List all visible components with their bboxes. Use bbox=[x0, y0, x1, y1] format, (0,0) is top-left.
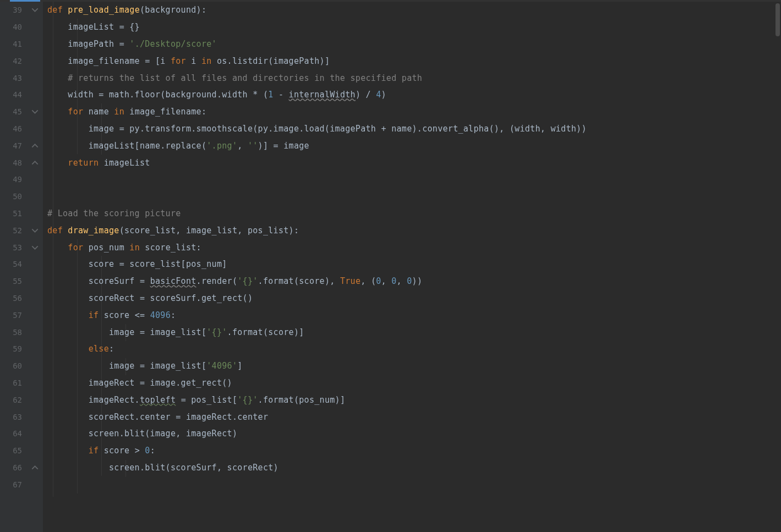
code-line: image = image_list['4096'] bbox=[43, 358, 781, 375]
code-line bbox=[43, 476, 781, 493]
code-line: imageList[name.replace('.png', '')] = im… bbox=[43, 137, 781, 154]
code-line: imageRect = image.get_rect() bbox=[43, 375, 781, 392]
code-line: width = math.floor(background.width * (1… bbox=[43, 86, 781, 103]
line-number: 42 bbox=[0, 57, 26, 65]
fold-down-icon[interactable] bbox=[31, 244, 39, 251]
code-line: imagePath = './Desktop/score' bbox=[43, 36, 781, 53]
line-number: 56 bbox=[0, 294, 26, 303]
line-number: 45 bbox=[0, 107, 26, 116]
line-number: 54 bbox=[0, 260, 26, 268]
code-text-area[interactable]: def pre_load_image(background): imageLis… bbox=[43, 2, 781, 532]
fold-up-icon[interactable] bbox=[31, 464, 39, 471]
code-line: score = score_list[pos_num] bbox=[43, 256, 781, 273]
line-number: 52 bbox=[0, 226, 26, 235]
line-number: 61 bbox=[0, 379, 26, 387]
code-line: image_filename = [i for i in os.listdir(… bbox=[43, 52, 781, 69]
line-number: 62 bbox=[0, 396, 26, 404]
line-number: 60 bbox=[0, 361, 26, 370]
code-line: def pre_load_image(background): bbox=[43, 2, 781, 19]
line-number: 43 bbox=[0, 74, 26, 83]
line-number: 66 bbox=[0, 463, 26, 472]
fold-up-icon[interactable] bbox=[31, 142, 39, 149]
code-line: screen.blit(image, imageRect) bbox=[43, 425, 781, 442]
line-number: 46 bbox=[0, 124, 26, 133]
line-number: 63 bbox=[0, 413, 26, 421]
code-line bbox=[43, 171, 781, 188]
line-number: 41 bbox=[0, 40, 26, 48]
code-line: image = py.transform.smoothscale(py.imag… bbox=[43, 120, 781, 138]
gutter: 39 40 41 42 43 44 45 46 47 48 49 50 51 5… bbox=[0, 2, 43, 532]
code-line: for pos_num in score_list: bbox=[43, 239, 781, 256]
code-line: # returns the list of all files and dire… bbox=[43, 69, 781, 86]
code-line: scoreRect = scoreSurf.get_rect() bbox=[43, 290, 781, 307]
line-number: 44 bbox=[0, 90, 26, 99]
fold-down-icon[interactable] bbox=[31, 7, 39, 14]
code-line: else: bbox=[43, 341, 781, 358]
line-number: 58 bbox=[0, 328, 26, 337]
line-number: 49 bbox=[0, 175, 26, 184]
code-line: scoreRect.center = imageRect.center bbox=[43, 408, 781, 425]
line-number: 47 bbox=[0, 141, 26, 150]
line-number: 53 bbox=[0, 243, 26, 252]
code-line: return imageList bbox=[43, 154, 781, 171]
line-number: 50 bbox=[0, 192, 26, 201]
vertical-scrollbar[interactable] bbox=[774, 2, 781, 532]
code-line: if score <= 4096: bbox=[43, 306, 781, 323]
code-line: scoreSurf = basicFont.render('{}'.format… bbox=[43, 273, 781, 290]
code-line: for name in image_filename: bbox=[43, 103, 781, 120]
line-number: 51 bbox=[0, 209, 26, 218]
code-line: imageList = {} bbox=[43, 19, 781, 36]
line-number: 55 bbox=[0, 277, 26, 286]
line-number: 39 bbox=[0, 6, 26, 14]
code-line: screen.blit(scoreSurf, scoreRect) bbox=[43, 459, 781, 476]
line-number: 65 bbox=[0, 446, 26, 455]
code-line: image = image_list['{}'.format(score)] bbox=[43, 323, 781, 341]
scrollbar-thumb[interactable] bbox=[775, 3, 780, 36]
line-number: 48 bbox=[0, 158, 26, 167]
code-line: def draw_image(score_list, image_list, p… bbox=[43, 222, 781, 239]
code-line: imageRect.topleft = pos_list['{}'.format… bbox=[43, 391, 781, 408]
fold-down-icon[interactable] bbox=[31, 227, 39, 234]
line-number: 57 bbox=[0, 311, 26, 320]
line-number: 67 bbox=[0, 480, 26, 489]
line-number: 59 bbox=[0, 344, 26, 353]
fold-up-icon[interactable] bbox=[31, 159, 39, 166]
code-line: # Load the scoring picture bbox=[43, 205, 781, 222]
code-line: if score > 0: bbox=[43, 442, 781, 459]
code-editor[interactable]: 39 40 41 42 43 44 45 46 47 48 49 50 51 5… bbox=[0, 2, 781, 532]
fold-down-icon[interactable] bbox=[31, 108, 39, 116]
line-number: 40 bbox=[0, 23, 26, 31]
code-line bbox=[43, 188, 781, 205]
line-number: 64 bbox=[0, 429, 26, 438]
